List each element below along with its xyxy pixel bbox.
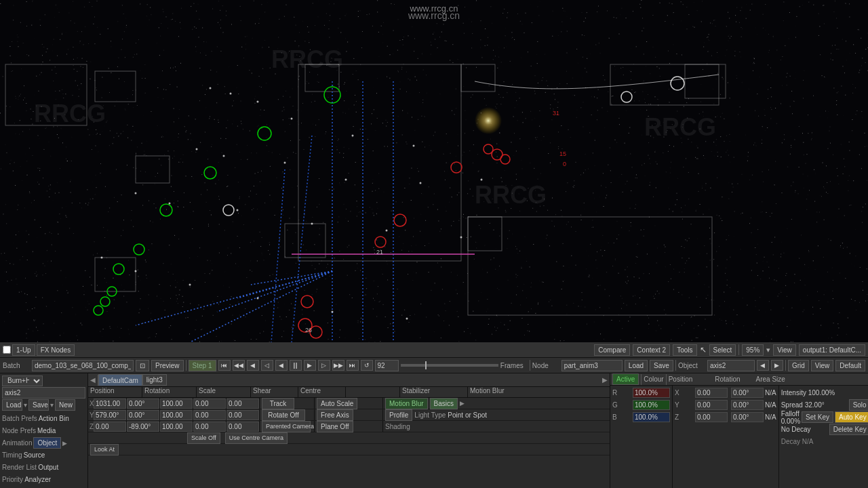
node-input[interactable] <box>561 360 623 371</box>
new-small-btn[interactable]: New <box>55 399 75 411</box>
set-key-btn[interactable]: Set Key <box>802 411 833 423</box>
scale-y-input[interactable] <box>160 410 193 420</box>
scale-x-input[interactable] <box>160 399 193 409</box>
save-btn-node[interactable]: Save <box>650 360 673 371</box>
basics-btn[interactable]: Basics <box>430 398 458 409</box>
parented-camera-btn[interactable]: Parented Camera <box>262 421 311 432</box>
motion-blur-btn[interactable]: Motion Blur <box>385 398 428 409</box>
output-label: Output <box>38 464 58 471</box>
tab-fx-nodes[interactable]: FX Nodes <box>37 344 75 356</box>
pos-x-input[interactable] <box>94 399 126 409</box>
rot-x-input[interactable] <box>127 399 159 409</box>
solo-btn[interactable]: Solo <box>849 399 868 411</box>
pos-x-right[interactable] <box>695 388 728 398</box>
shear-y-input[interactable] <box>193 410 226 420</box>
g-input[interactable] <box>633 400 670 410</box>
r-input[interactable] <box>633 388 670 398</box>
axis2-field[interactable] <box>2 387 85 399</box>
shear-x-input[interactable] <box>193 399 226 409</box>
fwd-slow-btn[interactable]: ▷ <box>318 360 330 371</box>
preview-btn[interactable]: Preview <box>151 360 184 371</box>
load-small-btn[interactable]: Load <box>2 399 22 411</box>
step-btn[interactable]: Step 1 <box>189 360 216 371</box>
play-end-btn[interactable]: ⏭ <box>347 360 359 371</box>
play-to-start-btn[interactable]: ⏮ <box>218 360 231 371</box>
tools-btn[interactable]: Tools <box>673 344 696 356</box>
intensity-col: Intensity 100.00% Spread 32.00° Solo Fal… <box>779 386 868 488</box>
active-btn[interactable]: Active <box>612 373 639 385</box>
track-btn[interactable]: Track <box>262 398 294 409</box>
prev-slow-btn[interactable]: ◁ <box>261 360 273 371</box>
obj-next-btn[interactable]: ▶ <box>771 360 783 371</box>
plane-off-btn[interactable]: Plane Off <box>317 421 353 432</box>
profile-btn[interactable]: Profile <box>385 409 412 421</box>
loop-btn[interactable]: ↺ <box>361 360 373 371</box>
free-axis-area: Free Axis <box>315 409 382 421</box>
media-label: Media <box>37 427 56 434</box>
rotate-off-btn[interactable]: Rotate Off <box>262 409 305 421</box>
rot-y-input[interactable] <box>127 410 159 420</box>
load-btn[interactable]: Load <box>625 360 648 371</box>
prev-btn[interactable]: ◀ <box>247 360 259 371</box>
centre-x-input[interactable] <box>226 399 259 409</box>
scale-off-btn[interactable]: Scale Off <box>187 432 220 444</box>
intensity-label: Intensity 100.00% <box>781 389 868 396</box>
centre-y-input[interactable] <box>226 410 259 420</box>
pos-y-right[interactable] <box>695 400 728 410</box>
render-list-label: Render List <box>2 464 37 471</box>
view-btn-top[interactable]: View <box>773 344 796 356</box>
frame-input[interactable] <box>375 360 399 371</box>
look-at-btn[interactable]: Look At <box>90 444 119 455</box>
batch-input[interactable] <box>32 360 134 371</box>
auto-key-btn[interactable]: Auto Key <box>835 411 868 423</box>
rot-x-right[interactable] <box>731 388 764 398</box>
position-header: Position <box>88 387 142 397</box>
pos-z-right[interactable] <box>695 412 728 422</box>
object-dropdown[interactable]: Object <box>33 437 61 449</box>
b-input[interactable] <box>633 412 670 422</box>
shear-z-input[interactable] <box>193 422 226 432</box>
compare-btn[interactable]: Compare <box>594 344 630 356</box>
obj-prev-btn[interactable]: ◀ <box>757 360 769 371</box>
zoom-btn[interactable]: 95% <box>742 344 764 356</box>
context-btn[interactable]: Context 2 <box>633 344 670 356</box>
grid-btn[interactable]: Grid <box>788 360 809 371</box>
checkbox-1up[interactable] <box>3 346 11 354</box>
pause-btn[interactable]: ⏸ <box>290 360 302 371</box>
tab-1up[interactable]: 1-Up <box>12 344 35 356</box>
motion-blur-header: Motion Blur <box>468 387 610 397</box>
pos-y-input[interactable] <box>94 410 126 420</box>
object-input[interactable] <box>707 360 755 371</box>
view-btn-node[interactable]: View <box>811 360 834 371</box>
next-frame-btn[interactable]: ▶▶ <box>332 360 344 371</box>
play-fwd-btn[interactable]: ▶ <box>304 360 316 371</box>
shading-label: Shading <box>385 423 410 430</box>
zoom-dropdown-icon: ▾ <box>766 346 770 354</box>
frames-label: Frames <box>500 362 528 369</box>
stop-btn[interactable]: ◀ <box>275 360 288 371</box>
select-btn[interactable]: Select <box>709 344 736 356</box>
shading-area: Shading <box>383 423 610 430</box>
default-btn[interactable]: Default <box>835 360 865 371</box>
scale-z-input[interactable] <box>160 422 193 432</box>
tab-defaultcam[interactable]: DefaultCam <box>98 374 142 386</box>
rot-z-input[interactable] <box>127 422 159 432</box>
burn-dropdown[interactable]: Burn+H <box>2 375 43 386</box>
centre-z-input[interactable] <box>226 422 259 432</box>
prev-frame-btn[interactable]: ◀◀ <box>233 360 245 371</box>
auto-scale-btn[interactable]: Auto Scale <box>317 398 357 409</box>
delete-key-btn[interactable]: Delete Key <box>829 424 868 435</box>
output-btn[interactable]: output1: DefaultC... <box>799 344 865 356</box>
right-params-col: Active Colour Position Rotation Area Siz… <box>610 373 868 488</box>
tab-light3[interactable]: light3 <box>142 374 167 386</box>
pos-z-input[interactable] <box>94 422 126 432</box>
light-type-label: Light Type <box>414 411 446 419</box>
area-size-header: Area Size <box>756 375 785 383</box>
save-small-btn[interactable]: Save <box>28 399 49 411</box>
rot-y-right[interactable] <box>731 400 764 410</box>
batch-icon-btn[interactable]: ⊡ <box>136 360 149 371</box>
free-axis-btn[interactable]: Free Axis <box>317 409 353 421</box>
rot-z-right[interactable] <box>731 412 764 422</box>
use-centre-camera-btn[interactable]: Use Centre Camera <box>225 432 288 444</box>
timeline-slider[interactable] <box>401 364 498 367</box>
